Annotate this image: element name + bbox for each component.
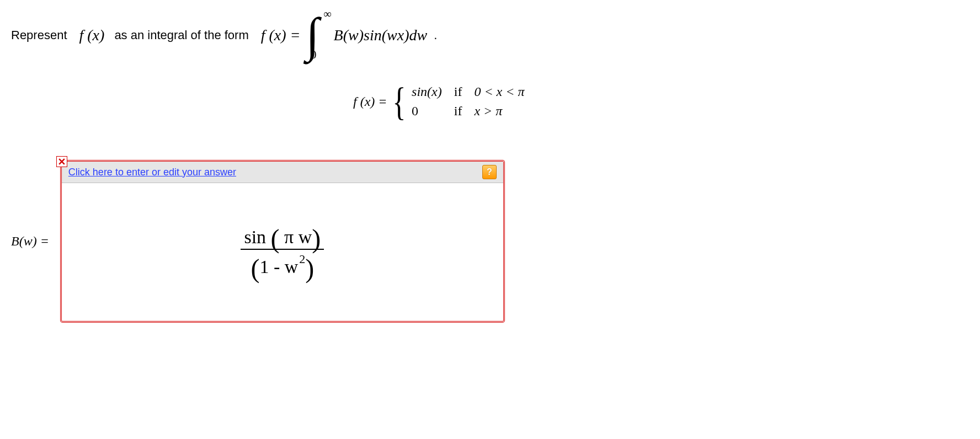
pw-row1-if: if: [454, 84, 462, 99]
piecewise-definition: f (x) = { sin(x) if 0 < x < π 0 if x > π: [353, 82, 969, 121]
help-button[interactable]: ?: [482, 165, 497, 179]
math-eq-lhs: f (x) =: [261, 26, 301, 44]
integrand: B(w)sin(wx)dw: [334, 26, 428, 44]
sin-text: sin: [244, 227, 266, 247]
answer-box-header: Click here to enter or edit your answer …: [62, 162, 503, 183]
integral-upper: ∞: [323, 8, 331, 20]
answer-fraction: sin ( π w) (1 - w2): [241, 227, 324, 277]
help-icon: ?: [487, 167, 492, 177]
answer-box-body[interactable]: sin ( π w) (1 - w2): [62, 183, 503, 321]
incorrect-icon: [56, 156, 67, 167]
math-fx-1: f (x): [79, 26, 105, 44]
question-line-1: Represent f (x) as an integral of the fo…: [11, 11, 969, 60]
word-mid: as an integral of the form: [114, 28, 248, 42]
sin-arg: π w: [280, 227, 312, 247]
bw-label: B(w) =: [11, 234, 49, 249]
answer-box: Click here to enter or edit your answer …: [60, 160, 505, 323]
den-text: 1 - w: [259, 256, 298, 277]
period: .: [434, 28, 437, 42]
word-represent: Represent: [11, 28, 67, 42]
integral-lower: 0: [310, 47, 316, 62]
answer-row: B(w) = Click here to enter or edit your …: [11, 160, 969, 323]
fraction-numerator: sin ( π w): [241, 227, 324, 249]
pw-row2-cond: x > π: [474, 104, 524, 119]
pw-row2-value: 0: [412, 104, 442, 119]
pw-row1-cond: 0 < x < π: [474, 84, 524, 99]
pw-row1-value: sin(x): [412, 84, 442, 99]
pw-row2-if: if: [454, 104, 462, 119]
edit-answer-link[interactable]: Click here to enter or edit your answer: [68, 167, 236, 178]
integral-symbol: ∫ ∞ 0: [306, 11, 319, 60]
den-exp: 2: [299, 252, 305, 266]
brace-icon: {: [392, 82, 406, 121]
piecewise-lhs: f (x) =: [353, 94, 387, 109]
